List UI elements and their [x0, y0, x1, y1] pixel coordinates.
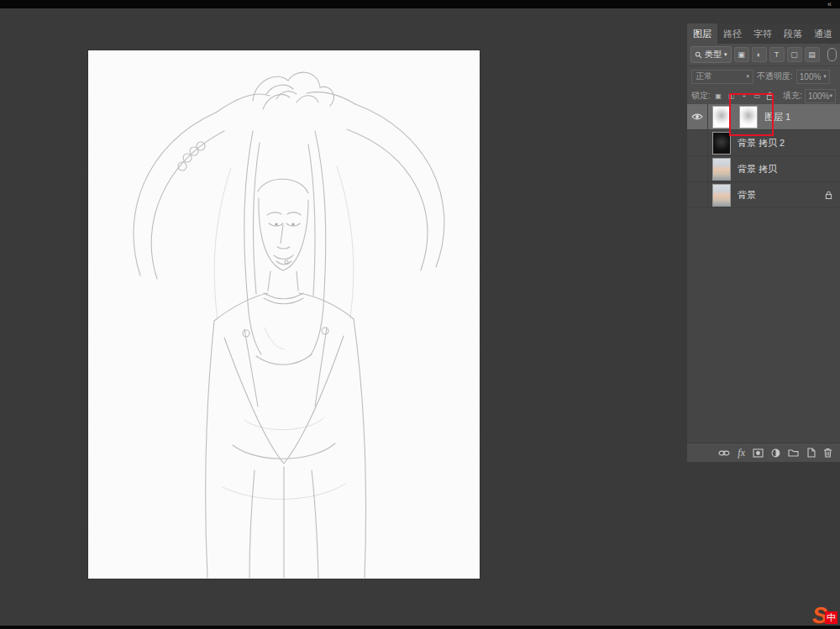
tab-paths-label: 路径	[723, 28, 742, 40]
bottom-black-bar	[0, 626, 840, 629]
fill-value: 100%	[808, 92, 830, 101]
filter-adjustment-layers-icon[interactable]: ◐	[752, 47, 767, 62]
lock-label: 锁定:	[691, 90, 711, 102]
layer-style-fx-icon[interactable]: fx	[738, 447, 745, 459]
blend-mode-value: 正常	[696, 71, 712, 82]
layer-name: 背景 拷贝 2	[738, 137, 785, 149]
filter-pixel-layers-icon[interactable]: ▣	[734, 47, 749, 62]
chevron-down-icon: ▾	[829, 92, 832, 99]
watermark-zh-badge: 中	[825, 611, 837, 624]
layers-panel: 图层 路径 字符 段落 通道 ≡ 类型 ▾ ▣ ◐ T ▢ ▤ 正常 ▾ 不透明…	[687, 24, 840, 462]
tab-paths[interactable]: 路径	[717, 24, 748, 44]
panel-collapse-icon[interactable]: «	[827, 0, 832, 8]
tab-channels[interactable]: 通道	[808, 24, 838, 44]
tab-character[interactable]: 字符	[748, 24, 778, 44]
document-canvas[interactable]	[88, 50, 480, 579]
link-layers-icon[interactable]	[718, 449, 730, 457]
chevron-down-icon: ▾	[724, 51, 727, 58]
blend-mode-row: 正常 ▾ 不透明度: 100% ▾	[687, 66, 840, 86]
layer-list: 图层 1 背景 拷贝 2 背景 拷贝 背景	[687, 104, 840, 443]
filter-toggle-switch[interactable]	[827, 48, 837, 61]
layer-row-background-copy[interactable]: 背景 拷贝	[687, 156, 840, 182]
layer-thumbnail[interactable]	[712, 158, 731, 181]
panel-tab-bar: 图层 路径 字符 段落 通道 ≡	[687, 24, 840, 44]
pencil-sketch-artwork	[88, 50, 480, 579]
new-layer-icon[interactable]	[806, 448, 816, 458]
chevron-down-icon: ▾	[823, 73, 827, 80]
lock-transparency-icon[interactable]: ▣	[713, 91, 723, 102]
opacity-label: 不透明度:	[757, 71, 793, 82]
tab-layers[interactable]: 图层	[687, 24, 717, 44]
filter-type-layers-icon[interactable]: T	[769, 47, 785, 62]
top-menu-bar: «	[0, 0, 840, 8]
opacity-value: 100%	[800, 72, 822, 81]
visibility-toggle[interactable]	[687, 130, 708, 155]
new-adjustment-layer-icon[interactable]	[771, 448, 780, 458]
fill-label: 填充:	[783, 90, 802, 102]
add-layer-mask-icon[interactable]	[753, 448, 764, 458]
annotation-highlight-box	[729, 93, 774, 136]
tab-layers-label: 图层	[693, 28, 711, 40]
filter-shape-layers-icon[interactable]: ▢	[787, 47, 802, 62]
eye-icon	[691, 113, 703, 121]
chevron-down-icon: ▾	[746, 73, 749, 80]
layer-thumbnail[interactable]	[712, 184, 731, 207]
layer-name: 背景 拷贝	[738, 163, 777, 176]
filter-kind-dropdown[interactable]: 类型 ▾	[690, 46, 732, 63]
background-lock-icon	[825, 191, 832, 200]
visibility-toggle[interactable]	[687, 156, 708, 181]
layer-thumbnail[interactable]	[712, 132, 731, 155]
photoshop-workspace: { "topbar": { "collapse_icon": "«" }, "p…	[0, 0, 840, 629]
fill-value-box[interactable]: 100% ▾	[805, 89, 836, 103]
layer-thumbnail[interactable]	[712, 106, 731, 128]
layer-row-background[interactable]: 背景	[687, 182, 840, 208]
layer-filter-row: 类型 ▾ ▣ ◐ T ▢ ▤	[687, 44, 840, 66]
tab-paragraph[interactable]: 段落	[778, 24, 808, 44]
visibility-toggle[interactable]	[687, 182, 708, 207]
site-watermark: S 中	[812, 606, 837, 625]
visibility-toggle[interactable]	[687, 104, 708, 129]
layer-name: 背景	[738, 189, 756, 202]
search-icon	[695, 51, 702, 59]
filter-kind-label: 类型	[705, 49, 722, 60]
opacity-value-box[interactable]: 100% ▾	[796, 70, 830, 84]
tab-character-label: 字符	[753, 28, 772, 40]
filter-smart-object-icon[interactable]: ▤	[805, 47, 820, 62]
new-group-folder-icon[interactable]	[788, 448, 799, 457]
tab-channels-label: 通道	[814, 28, 832, 40]
layers-panel-footer: fx	[687, 443, 840, 462]
blend-mode-dropdown[interactable]: 正常 ▾	[691, 70, 753, 84]
delete-layer-trash-icon[interactable]	[823, 448, 832, 458]
tab-paragraph-label: 段落	[784, 28, 802, 40]
